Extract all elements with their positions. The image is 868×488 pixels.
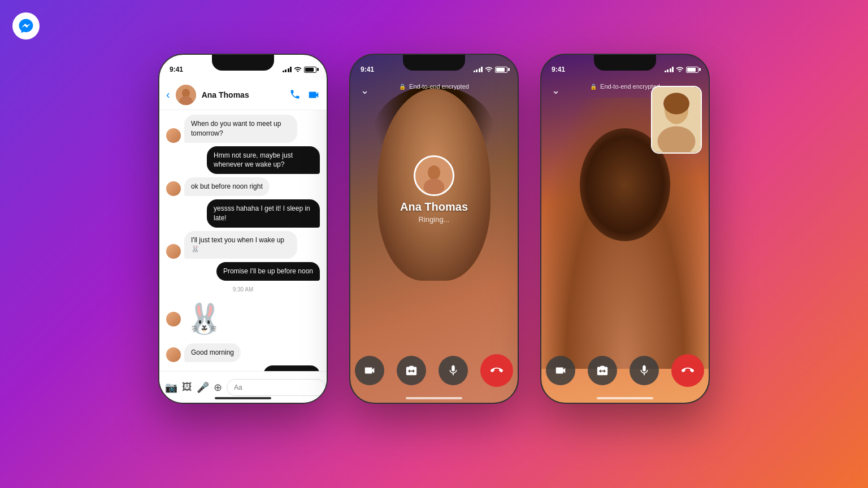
mute-button-2[interactable] — [439, 356, 468, 385]
lock-icon-3: 🔒 — [590, 84, 597, 90]
wifi-icon-3 — [676, 66, 684, 73]
signal-icon-3 — [665, 67, 674, 72]
signal-icon-1 — [283, 67, 292, 72]
video-toggle-button-3[interactable] — [546, 356, 575, 385]
sticker-bunny: 🐰 — [184, 299, 224, 339]
message-input[interactable] — [227, 379, 326, 396]
msg-avatar-3 — [166, 244, 181, 259]
msg-avatar-4 — [166, 347, 181, 362]
mic-icon[interactable]: 🎤 — [197, 381, 209, 394]
msg-received-4: Good morning — [166, 343, 320, 362]
end-call-button-3[interactable] — [671, 354, 704, 387]
contact-name: Ana Thomas — [202, 90, 284, 99]
camera-icon[interactable]: 📷 — [165, 381, 177, 394]
caller-name-2: Ana Thomas — [400, 201, 468, 213]
chat-header: ‹ Ana Thomas — [159, 80, 327, 110]
msg-timestamp: 9:30 AM — [166, 286, 320, 293]
status-time-1: 9:41 — [170, 66, 183, 73]
end-call-button-2[interactable] — [480, 354, 513, 387]
msg-avatar-2 — [166, 181, 181, 196]
msg-received-1: When do you want to meet up tomorrow? — [166, 115, 320, 143]
msg-bubble-3: ok but before noon right — [184, 177, 270, 196]
msg-received-3: I'll just text you when I wake up 🐰 — [166, 231, 320, 259]
msg-received-2: ok but before noon right — [166, 177, 320, 196]
status-icons-1 — [283, 66, 317, 73]
status-time-2: 9:41 — [361, 66, 374, 73]
encrypted-label-3: End-to-end encrypted — [600, 83, 660, 90]
battery-icon-2 — [495, 67, 507, 73]
msg-avatar-1 — [166, 128, 181, 143]
contact-avatar[interactable] — [176, 85, 196, 105]
msg-bubble-7: Good morning — [184, 343, 241, 362]
caller-avatar-2 — [414, 155, 454, 196]
chat-action-icons — [289, 89, 320, 101]
msg-bubble-6: Promise I'll be up before noon — [216, 262, 320, 281]
wifi-icon-1 — [294, 66, 302, 73]
call-controls-2 — [350, 354, 518, 387]
msg-bubble-1: When do you want to meet up tomorrow? — [184, 115, 297, 143]
status-icons-3 — [665, 66, 699, 73]
status-icons-2 — [474, 66, 508, 73]
battery-icon-3 — [686, 67, 698, 73]
home-indicator-2 — [406, 397, 462, 399]
call-controls-3 — [541, 354, 709, 387]
notch-2 — [403, 55, 465, 71]
notch-3 — [594, 55, 656, 71]
msg-sent-1: Hmm not sure, maybe just whenever we wak… — [166, 146, 320, 175]
home-indicator-1 — [215, 397, 271, 399]
battery-icon-1 — [304, 67, 316, 73]
lock-icon-2: 🔒 — [399, 84, 406, 90]
svg-point-5 — [424, 179, 445, 195]
image-icon[interactable]: 🖼 — [182, 381, 192, 393]
pip-video-feed — [652, 87, 701, 152]
back-button[interactable]: ‹ — [166, 88, 170, 101]
phone-video-active: 9:41 ⌄ 🔒 End-to-end encrypted — [540, 54, 710, 404]
phone-call-icon[interactable] — [289, 89, 301, 100]
phone-video-ringing: 9:41 ⌄ 🔒 End-to-end encrypted — [349, 54, 519, 404]
phones-container: 9:41 ‹ — [0, 54, 868, 404]
video-call-icon[interactable] — [307, 89, 320, 101]
home-indicator-3 — [597, 397, 653, 399]
status-time-3: 9:41 — [552, 66, 565, 73]
svg-point-9 — [663, 93, 689, 114]
whatsapp-icon[interactable]: ⊕ — [214, 381, 222, 394]
svg-point-4 — [428, 165, 440, 180]
messenger-logo — [12, 12, 40, 40]
msg-bubble-8: hahahaha ✓✓ — [263, 365, 320, 371]
camera-flip-button-2[interactable] — [397, 356, 426, 385]
video-background-2 — [350, 55, 518, 403]
chat-messages: When do you want to meet up tomorrow? Hm… — [159, 110, 327, 371]
wifi-icon-2 — [485, 66, 493, 73]
msg-bubble-4: yessss hahaha I get it! I sleep in late! — [207, 199, 320, 228]
video-toggle-button-2[interactable] — [355, 356, 384, 385]
call-status-2: Ringing... — [419, 215, 450, 224]
phone-chat: 9:41 ‹ — [158, 54, 328, 404]
msg-sent-4: hahahaha ✓✓ — [166, 365, 320, 371]
signal-icon-2 — [474, 67, 483, 72]
mute-button-3[interactable] — [630, 356, 659, 385]
notch-1 — [212, 55, 274, 71]
camera-flip-button-3[interactable] — [588, 356, 617, 385]
msg-avatar-sticker — [166, 312, 181, 326]
msg-sent-2: yessss hahaha I get it! I sleep in late! — [166, 199, 320, 228]
pip-self-view[interactable] — [651, 86, 702, 154]
sticker-row: 🐰 — [166, 298, 320, 340]
msg-bubble-2: Hmm not sure, maybe just whenever we wak… — [207, 146, 320, 175]
encrypted-label-2: End-to-end encrypted — [409, 83, 469, 90]
encrypted-bar-2: 🔒 End-to-end encrypted — [350, 83, 518, 90]
msg-bubble-5: I'll just text you when I wake up 🐰 — [184, 231, 297, 259]
msg-sent-3: Promise I'll be up before noon — [166, 262, 320, 281]
